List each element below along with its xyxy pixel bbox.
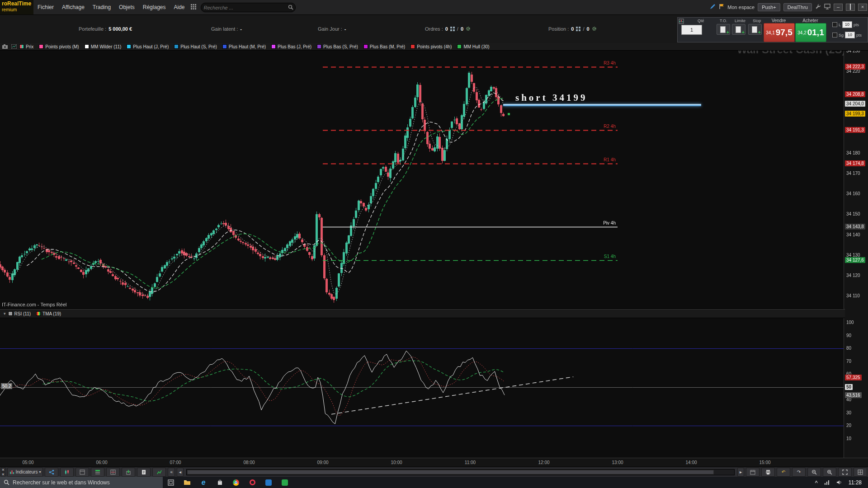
- chrome-browser-icon[interactable]: [228, 477, 244, 488]
- legend-item[interactable]: MM Wilder (11): [85, 44, 122, 49]
- volume-icon[interactable]: [836, 479, 842, 487]
- menu-affichage[interactable]: Affichage: [58, 0, 89, 14]
- stop-loss-label: L: [839, 23, 841, 27]
- rsi-current-value-label: 50,2: [1, 383, 12, 389]
- maximize-button[interactable]: [846, 4, 855, 11]
- order-stop-button[interactable]: +: [748, 24, 762, 35]
- push-button[interactable]: Push+: [758, 3, 780, 11]
- order-limit-button[interactable]: +: [732, 24, 745, 35]
- legend-item[interactable]: Plus Haut (J, Pré): [127, 44, 169, 49]
- menu-trading[interactable]: Trading: [89, 0, 115, 14]
- legend-item[interactable]: Plus Haut (S, Pré): [174, 44, 217, 49]
- link-chart-icon[interactable]: [152, 468, 166, 477]
- wrench-icon[interactable]: [815, 3, 821, 11]
- legend-item[interactable]: Plus Bas (M, Pré): [363, 44, 405, 49]
- legend-item[interactable]: Points pivots (M): [39, 44, 79, 49]
- order-to-button[interactable]: +: [717, 24, 730, 35]
- panel-up-button[interactable]: ▴: [1, 467, 5, 472]
- short-annotation-text[interactable]: short 34199: [515, 92, 587, 103]
- settings-gear-icon[interactable]: [466, 26, 471, 31]
- menu-réglages[interactable]: Réglages: [139, 0, 170, 14]
- time-axis[interactable]: 05:0006:0007:0008:0009:0010:0011:0012:00…: [0, 458, 868, 467]
- mon-espace-button[interactable]: Mon espace: [727, 5, 755, 10]
- search-box[interactable]: [201, 3, 296, 12]
- taskbar-search-box[interactable]: Rechercher sur le web et dans Windows: [0, 477, 163, 488]
- watchlist-icon[interactable]: [91, 468, 104, 477]
- panel-collapse-icon[interactable]: ▾: [4, 311, 6, 316]
- chart-scrollbar[interactable]: [186, 469, 735, 475]
- teamviewer-icon[interactable]: [260, 477, 277, 488]
- stop-loss-checkbox[interactable]: [832, 22, 837, 27]
- printer-icon[interactable]: [761, 468, 775, 477]
- chart-settings-icon[interactable]: [10, 44, 18, 49]
- rsi-legend-bar: ▾ RSI (11)TMA (19): [0, 309, 845, 318]
- menu-fichier[interactable]: Fichier: [33, 0, 58, 14]
- search-icon[interactable]: [288, 4, 293, 12]
- rsi-legend-item[interactable]: TMA (19): [36, 311, 61, 316]
- rsi-chart-canvas[interactable]: [0, 317, 844, 458]
- scroll-right-button[interactable]: ▸: [737, 468, 744, 477]
- export-icon[interactable]: [122, 468, 135, 477]
- orders-grid-icon[interactable]: [576, 27, 580, 31]
- legend-item[interactable]: Plus Haut (M, Pré): [222, 44, 266, 49]
- legend-item[interactable]: Points pivots (4h): [410, 44, 452, 49]
- time-tick-label: 08:00: [243, 460, 255, 465]
- legend-item[interactable]: Plus Bas (S, Pré): [317, 44, 358, 49]
- orders-table-icon[interactable]: [106, 468, 120, 477]
- menu-aide[interactable]: Aide: [170, 0, 189, 14]
- grid-layout-icon[interactable]: [854, 468, 867, 477]
- scroll-left-button[interactable]: ◂: [177, 468, 184, 477]
- quantity-input[interactable]: [681, 25, 702, 35]
- scrollbar-thumb[interactable]: [187, 470, 713, 474]
- orders-grid-icon[interactable]: [450, 27, 455, 31]
- notes-icon[interactable]: [137, 468, 151, 477]
- collapse-toolbar-button[interactable]: «: [168, 468, 175, 477]
- file-explorer-icon[interactable]: [179, 477, 195, 488]
- dealthru-button[interactable]: DealThru: [783, 3, 812, 11]
- trailing-stop-value[interactable]: 10: [845, 32, 855, 38]
- price-chart-canvas[interactable]: [0, 50, 844, 309]
- trailing-stop-checkbox[interactable]: [832, 33, 837, 38]
- chevron-down-icon: ▾: [39, 470, 41, 474]
- apps-grid-icon[interactable]: [191, 3, 196, 11]
- new-window-icon[interactable]: [75, 468, 89, 477]
- excel-icon[interactable]: [277, 477, 293, 488]
- zoom-out-icon[interactable]: [807, 468, 821, 477]
- share-icon[interactable]: [45, 468, 58, 477]
- indicators-dropdown[interactable]: Indicateurs ▾: [7, 468, 43, 477]
- edge-browser-icon[interactable]: e: [195, 477, 212, 488]
- undo-icon[interactable]: ↶: [777, 468, 790, 477]
- sell-button[interactable]: 34,1 97,5: [764, 23, 795, 42]
- menu-objets[interactable]: Objets: [115, 0, 139, 14]
- network-icon[interactable]: [824, 479, 830, 487]
- search-input[interactable]: [203, 5, 288, 11]
- legend-item[interactable]: Prix: [19, 44, 33, 49]
- short-annotation-line[interactable]: [503, 104, 701, 106]
- clock[interactable]: 11:28: [849, 479, 862, 486]
- calendar-icon[interactable]: [746, 468, 760, 477]
- legend-item[interactable]: Plus Bas (J, Pré): [271, 44, 311, 49]
- task-view-icon[interactable]: [163, 477, 179, 488]
- tray-expand-icon[interactable]: ^: [815, 480, 817, 485]
- rsi-legend-item[interactable]: RSI (11): [8, 311, 31, 316]
- flag-icon[interactable]: [719, 3, 724, 11]
- settings-gear-icon[interactable]: [592, 26, 597, 31]
- opera-browser-icon[interactable]: [244, 477, 260, 488]
- panel-settings-icon[interactable]: [679, 19, 684, 25]
- panel-down-button[interactable]: ▾: [1, 472, 5, 477]
- candlestick-view-icon[interactable]: [60, 468, 74, 477]
- draw-pen-icon[interactable]: [710, 3, 716, 11]
- legend-item[interactable]: MM Hull (30): [457, 44, 489, 49]
- redo-icon[interactable]: ↷: [792, 468, 806, 477]
- price-axis[interactable]: 34 23034 22034 18034 17034 16034 15034 1…: [844, 50, 868, 458]
- minimize-button[interactable]: –: [834, 4, 843, 11]
- monitor-icon[interactable]: [824, 3, 830, 11]
- stop-loss-value[interactable]: 10: [842, 21, 852, 28]
- zoom-in-icon[interactable]: [823, 468, 836, 477]
- qty-label: Qté: [698, 19, 704, 23]
- close-button[interactable]: ×: [858, 4, 867, 11]
- zoom-fit-icon[interactable]: [838, 468, 852, 477]
- store-icon[interactable]: [212, 477, 228, 488]
- camera-icon[interactable]: [1, 44, 9, 49]
- buy-button[interactable]: 34,2 01,1: [795, 23, 826, 42]
